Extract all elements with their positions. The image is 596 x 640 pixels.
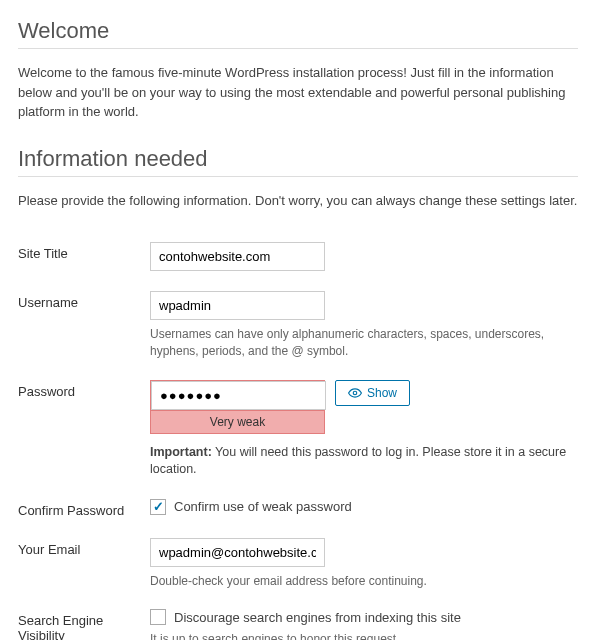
info-needed-heading: Information needed [18, 146, 578, 177]
weak-password-checkbox[interactable] [150, 499, 166, 515]
search-visibility-label: Search Engine Visibility [18, 601, 150, 640]
email-label: Your Email [18, 530, 150, 602]
welcome-heading: Welcome [18, 18, 578, 49]
install-form: Site Title Username Usernames can have o… [18, 234, 578, 640]
username-input[interactable] [150, 291, 325, 320]
password-strength: Very weak [151, 410, 324, 433]
show-password-label: Show [367, 386, 397, 400]
password-important-note: Important: You will need this password t… [150, 444, 578, 479]
weak-password-checkbox-label: Confirm use of weak password [174, 499, 352, 514]
svg-point-0 [353, 391, 357, 395]
search-visibility-checkbox[interactable] [150, 609, 166, 625]
password-input[interactable] [151, 381, 326, 410]
search-visibility-checkbox-label: Discourage search engines from indexing … [174, 610, 461, 625]
username-label: Username [18, 283, 150, 372]
email-input[interactable] [150, 538, 325, 567]
password-box: Very weak [150, 380, 325, 434]
eye-icon [348, 386, 362, 400]
confirm-password-label: Confirm Password [18, 491, 150, 530]
email-hint: Double-check your email address before c… [150, 573, 578, 590]
site-title-input[interactable] [150, 242, 325, 271]
username-hint: Usernames can have only alphanumeric cha… [150, 326, 578, 360]
site-title-label: Site Title [18, 234, 150, 283]
password-label: Password [18, 372, 150, 491]
info-needed-text: Please provide the following information… [18, 191, 578, 211]
welcome-intro-text: Welcome to the famous five-minute WordPr… [18, 63, 578, 122]
important-text: You will need this password to log in. P… [150, 445, 566, 477]
search-visibility-hint: It is up to search engines to honor this… [150, 631, 578, 640]
important-label: Important: [150, 445, 212, 459]
show-password-button[interactable]: Show [335, 380, 410, 406]
